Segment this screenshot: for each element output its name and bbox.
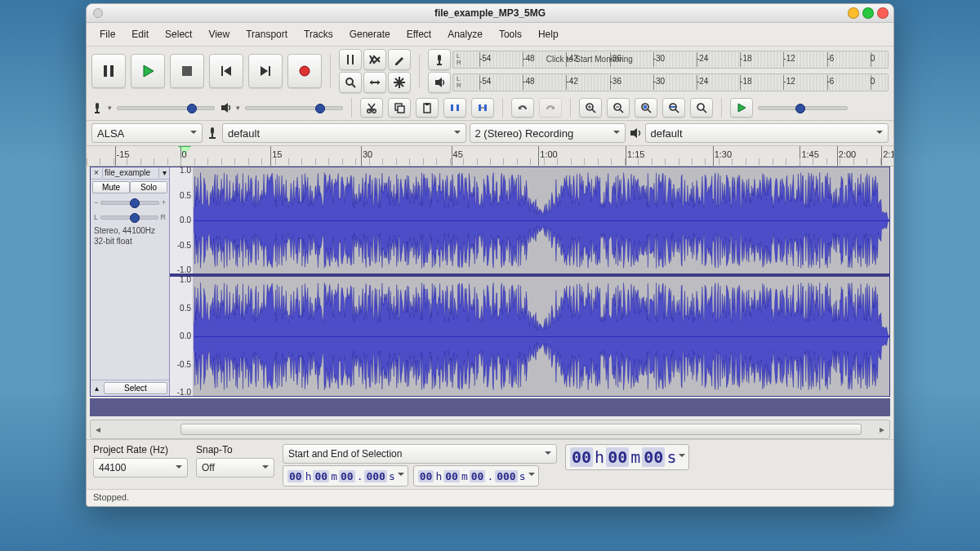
svg-point-8 bbox=[300, 66, 310, 76]
waveform-left[interactable] bbox=[194, 167, 889, 273]
svg-rect-60 bbox=[211, 127, 214, 134]
cut-button[interactable] bbox=[360, 98, 383, 118]
selection-start-time[interactable]: 00h 00m 00. 000 s bbox=[283, 465, 408, 487]
svg-rect-21 bbox=[438, 55, 441, 61]
svg-rect-3 bbox=[182, 66, 192, 76]
zoom-in-button[interactable] bbox=[579, 98, 602, 118]
titlebar[interactable]: file_example_MP3_5MG bbox=[87, 4, 893, 23]
play-volume-slider[interactable] bbox=[245, 101, 343, 114]
horizontal-scrollbar[interactable]: ◂ ▸ bbox=[90, 420, 890, 439]
record-device-combo[interactable]: default bbox=[222, 123, 466, 143]
svg-rect-26 bbox=[96, 103, 99, 109]
menu-tracks[interactable]: Tracks bbox=[296, 25, 341, 43]
audio-position-time[interactable]: 00h 00m 00s bbox=[565, 444, 689, 470]
svg-marker-64 bbox=[634, 128, 637, 138]
multi-tool[interactable] bbox=[388, 72, 411, 93]
solo-button[interactable]: Solo bbox=[130, 181, 167, 193]
play-meter-icon[interactable] bbox=[428, 72, 451, 93]
skip-end-button[interactable] bbox=[248, 54, 283, 88]
svg-marker-11 bbox=[395, 57, 403, 65]
selection-end-time[interactable]: 00h 00m 00. 000 s bbox=[413, 465, 539, 487]
menu-help[interactable]: Help bbox=[530, 25, 567, 43]
menu-transport[interactable]: Transport bbox=[238, 25, 296, 43]
pan-slider[interactable]: LR bbox=[94, 211, 166, 223]
play-meter[interactable]: LR -54-48-42-36-30-24-18-12-60 bbox=[452, 73, 889, 91]
zoom-out-button[interactable] bbox=[607, 98, 630, 118]
record-channels-combo[interactable]: 2 (Stereo) Recording bbox=[470, 123, 626, 143]
envelope-tool[interactable] bbox=[363, 49, 386, 70]
maximize-button[interactable] bbox=[862, 7, 874, 19]
zoom-tool[interactable] bbox=[339, 72, 362, 93]
svg-rect-6 bbox=[269, 66, 270, 76]
window-title: file_example_MP3_5MG bbox=[434, 7, 546, 19]
trim-button[interactable] bbox=[443, 98, 466, 118]
draw-tool[interactable] bbox=[388, 49, 411, 70]
record-meter-icon[interactable] bbox=[428, 49, 451, 70]
snap-combo[interactable]: Off bbox=[196, 458, 274, 478]
audio-host-combo[interactable]: ALSA bbox=[91, 123, 203, 143]
track-close-button[interactable]: × bbox=[91, 168, 103, 178]
track-select-button[interactable]: Select bbox=[104, 382, 167, 394]
rec-volume-slider[interactable] bbox=[117, 101, 215, 114]
menu-select[interactable]: Select bbox=[157, 25, 200, 43]
scroll-left-icon[interactable]: ◂ bbox=[91, 424, 105, 435]
snap-label: Snap-To bbox=[196, 444, 274, 455]
menu-analyze[interactable]: Analyze bbox=[439, 25, 491, 43]
menu-file[interactable]: File bbox=[91, 25, 123, 43]
menu-tools[interactable]: Tools bbox=[491, 25, 530, 43]
redo-button[interactable] bbox=[539, 98, 562, 118]
minimize-button[interactable] bbox=[848, 7, 859, 19]
timeline-ruler[interactable]: -1501530451:001:151:301:452:002:15 bbox=[87, 146, 893, 167]
paste-button[interactable] bbox=[416, 98, 439, 118]
project-rate-combo[interactable]: 44100 bbox=[93, 458, 188, 478]
selection-mode-combo[interactable]: Start and End of Selection bbox=[283, 444, 557, 464]
svg-rect-39 bbox=[451, 104, 453, 111]
menu-view[interactable]: View bbox=[200, 25, 238, 43]
svg-rect-53 bbox=[644, 105, 647, 109]
stop-button[interactable] bbox=[170, 54, 204, 88]
track-name[interactable]: file_example bbox=[103, 167, 158, 179]
speaker-icon bbox=[220, 102, 231, 113]
record-meter[interactable]: LR Click to Start Monitoring -54-48-42-3… bbox=[452, 51, 889, 69]
menu-effect[interactable]: Effect bbox=[399, 25, 439, 43]
mute-button[interactable]: Mute bbox=[92, 181, 130, 193]
mic-icon bbox=[206, 127, 219, 140]
svg-marker-30 bbox=[225, 103, 228, 113]
device-toolbar: ALSA default 2 (Stereo) Recording defaul… bbox=[87, 121, 893, 146]
track-collapse-button[interactable]: ▴ bbox=[91, 384, 102, 393]
track-vruler-left: 1.00.50.0-0.5-1.0 bbox=[170, 167, 194, 273]
selection-tool[interactable] bbox=[339, 49, 362, 70]
svg-rect-10 bbox=[352, 55, 354, 64]
undo-button[interactable] bbox=[511, 98, 534, 118]
scroll-right-icon[interactable]: ▸ bbox=[875, 424, 889, 435]
gain-slider[interactable]: −+ bbox=[94, 197, 166, 208]
track-menu-button[interactable]: ▾ bbox=[158, 168, 169, 178]
scroll-thumb[interactable] bbox=[180, 424, 862, 435]
timeshift-tool[interactable] bbox=[363, 72, 386, 93]
svg-line-52 bbox=[648, 109, 651, 113]
fit-project-button[interactable] bbox=[662, 98, 685, 118]
menu-generate[interactable]: Generate bbox=[341, 25, 399, 43]
play-at-speed-button[interactable] bbox=[730, 98, 753, 118]
waveform-right[interactable] bbox=[194, 277, 889, 396]
close-button[interactable] bbox=[877, 7, 889, 19]
skip-start-button[interactable] bbox=[209, 54, 243, 88]
track-vruler-right: 1.00.50.0-0.5-1.0 bbox=[170, 277, 194, 396]
play-device-combo[interactable]: default bbox=[645, 123, 889, 143]
menu-edit[interactable]: Edit bbox=[123, 25, 157, 43]
svg-point-12 bbox=[346, 78, 353, 85]
svg-rect-36 bbox=[398, 106, 404, 113]
silence-button[interactable] bbox=[471, 98, 494, 118]
zoom-toggle-button[interactable] bbox=[690, 98, 713, 118]
fit-selection-button[interactable] bbox=[635, 98, 657, 118]
track-format-info: Stereo, 44100Hz32-bit float bbox=[91, 224, 169, 248]
play-button[interactable] bbox=[131, 54, 165, 88]
selection-toolbar: Project Rate (Hz) 44100 Snap-To Off Star… bbox=[87, 439, 893, 489]
svg-marker-2 bbox=[144, 65, 154, 77]
svg-line-58 bbox=[703, 109, 706, 113]
app-menu-icon[interactable] bbox=[93, 8, 103, 18]
copy-button[interactable] bbox=[388, 98, 411, 118]
record-button[interactable] bbox=[287, 54, 322, 88]
playback-speed-slider[interactable] bbox=[758, 101, 848, 114]
pause-button[interactable] bbox=[91, 54, 126, 88]
